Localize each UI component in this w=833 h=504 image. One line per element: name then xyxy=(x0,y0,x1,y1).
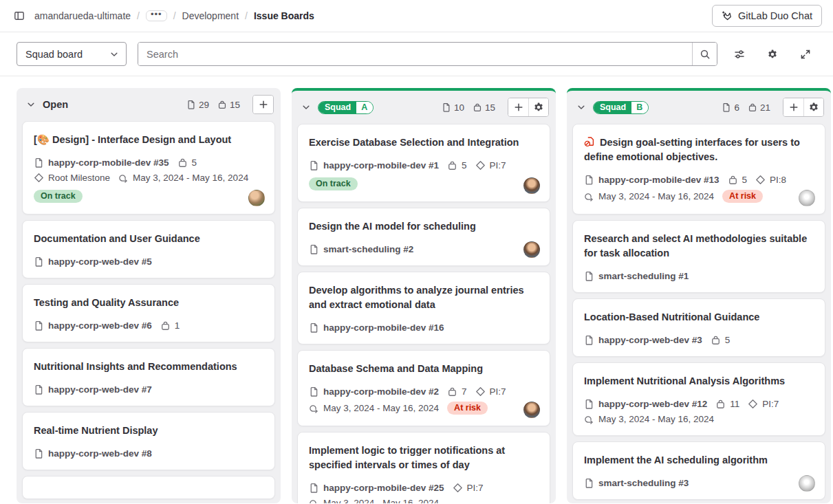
column-title: Open xyxy=(43,99,68,110)
issue-card[interactable]: Real-time Nutrient Display happy-corp-we… xyxy=(22,412,275,470)
issue-card[interactable]: Design goal-setting interfaces for users… xyxy=(572,124,825,215)
issue-icon xyxy=(309,322,319,333)
issue-card[interactable]: Research and select AI methodologies sui… xyxy=(572,220,825,293)
filter-preferences-button[interactable] xyxy=(728,43,750,65)
breadcrumb: amandarueda-ultimate / ••• / Development… xyxy=(34,10,314,21)
issue-title[interactable]: Real-time Nutrient Display xyxy=(34,424,263,438)
list-settings-button[interactable] xyxy=(803,98,823,116)
issue-reference: happy-corp-web-dev #3 xyxy=(584,335,702,345)
issue-card[interactable]: Implement the AI scheduling algorithm sm… xyxy=(572,441,825,500)
gitlab-duo-chat-button[interactable]: GitLab Duo Chat xyxy=(712,5,822,27)
issue-card[interactable]: Location-Based Nutritional Guidance happ… xyxy=(572,298,825,357)
fullscreen-button[interactable] xyxy=(794,43,816,65)
issue-icon xyxy=(309,244,319,254)
issue-card[interactable]: Design the AI model for scheduling smart… xyxy=(297,208,550,266)
assignee-avatar xyxy=(523,402,540,418)
column-card-list: Design goal-setting interfaces for users… xyxy=(567,122,831,503)
issue-card[interactable]: Implement logic to trigger notifications… xyxy=(297,432,550,503)
issue-title[interactable]: Design the AI model for scheduling xyxy=(309,219,539,234)
issue-title[interactable]: Testing and Quality Assurance xyxy=(34,296,263,310)
gear-icon xyxy=(767,49,778,60)
issue-card[interactable]: Documentation and User Guidance happy-co… xyxy=(22,220,275,278)
column-card-list: Exercise Database Selection and Integrat… xyxy=(292,122,556,503)
issue-title[interactable]: Documentation and User Guidance xyxy=(34,232,263,246)
add-issue-button[interactable] xyxy=(783,98,803,116)
collapse-column-button[interactable] xyxy=(300,101,312,113)
chevron-down-icon xyxy=(26,100,36,109)
board-column-squad-a: Squad A 10 15 Exercise Database Selectio… xyxy=(292,88,556,503)
issue-icon xyxy=(34,320,44,331)
issue-icon xyxy=(584,478,594,488)
plus-icon xyxy=(258,99,269,110)
issue-card[interactable]: Nutritional Insights and Recommendations… xyxy=(22,348,275,406)
issue-title[interactable]: Implement Nutritional Analysis Algorithm… xyxy=(584,374,814,388)
issue-icon xyxy=(309,483,319,493)
breadcrumb-ellipsis-button[interactable]: ••• xyxy=(146,10,167,21)
add-issue-button[interactable] xyxy=(253,96,273,113)
assignee-avatar xyxy=(799,190,815,206)
issue-title[interactable]: Database Schema and Data Mapping xyxy=(309,362,539,376)
issue-icon xyxy=(309,386,319,397)
issue-card[interactable]: Testing and Quality Assurance happy-corp… xyxy=(22,284,275,342)
issue-title[interactable]: Develop algorithms to analyze journal en… xyxy=(309,283,539,312)
issue-card-partial[interactable] xyxy=(22,476,275,499)
collapse-column-button[interactable] xyxy=(575,101,587,113)
assignee-avatar xyxy=(523,241,540,258)
issue-reference: happy-corp-mobile-dev #25 xyxy=(309,483,444,493)
breadcrumb-project[interactable]: amandarueda-ultimate xyxy=(34,10,131,21)
issue-card[interactable]: [🎨 Design] - Interface Design and Layout… xyxy=(22,121,275,215)
issue-title[interactable]: Nutritional Insights and Recommendations xyxy=(34,360,263,374)
board-toolbar: Squad board xyxy=(0,32,833,76)
issue-milestone: PI:7 xyxy=(475,160,506,171)
issue-title[interactable]: Design goal-setting interfaces for users… xyxy=(584,135,814,164)
milestone-icon xyxy=(748,399,758,409)
issue-reference: happy-corp-web-dev #7 xyxy=(34,384,152,395)
duo-chat-label: GitLab Duo Chat xyxy=(738,10,812,21)
milestone-icon xyxy=(475,386,486,397)
issue-iteration: May 3, 2024 - May 16, 2024 xyxy=(584,191,714,201)
label-scope: Squad xyxy=(594,102,631,113)
issue-reference: happy-corp-web-dev #8 xyxy=(34,448,152,459)
issue-title[interactable]: [🎨 Design] - Interface Design and Layout xyxy=(34,133,263,147)
assignee-avatar xyxy=(248,190,265,206)
sidebar-toggle-button[interactable] xyxy=(11,8,28,24)
issue-title[interactable]: Implement logic to trigger notifications… xyxy=(309,443,539,472)
search-input[interactable] xyxy=(138,43,692,65)
label-value: B xyxy=(631,102,648,113)
health-status-badge: At risk xyxy=(447,402,488,415)
add-issue-button[interactable] xyxy=(508,98,528,116)
issue-iteration: May 3, 2024 - May 16, 2024 xyxy=(309,403,439,413)
iteration-icon xyxy=(309,403,319,413)
chevron-down-icon xyxy=(109,50,119,59)
issue-icon xyxy=(584,175,594,185)
issue-title[interactable]: Implement the AI scheduling algorithm xyxy=(584,453,814,468)
issue-card[interactable]: Develop algorithms to analyze journal en… xyxy=(297,272,550,344)
milestone-icon xyxy=(755,175,766,185)
issue-reference: smart-scheduling #1 xyxy=(584,271,689,281)
issue-reference: happy-corp-web-dev #6 xyxy=(34,320,152,331)
breadcrumb-group[interactable]: Development xyxy=(182,10,239,21)
board-switcher-dropdown[interactable]: Squad board xyxy=(17,42,127,66)
issue-title[interactable]: Exercise Database Selection and Integrat… xyxy=(309,135,539,150)
column-scoped-label: Squad B xyxy=(593,101,649,114)
search-button[interactable] xyxy=(692,43,717,65)
collapse-column-button[interactable] xyxy=(25,98,37,111)
issue-weight: 7 xyxy=(447,386,467,397)
plus-icon xyxy=(513,102,524,113)
issue-card[interactable]: Database Schema and Data Mapping happy-c… xyxy=(297,350,550,426)
issue-card[interactable]: Exercise Database Selection and Integrat… xyxy=(297,124,550,202)
breadcrumb-separator: / xyxy=(245,10,248,21)
weight-icon xyxy=(473,102,482,112)
issue-title[interactable]: Location-Based Nutritional Guidance xyxy=(584,310,814,325)
list-settings-button[interactable] xyxy=(528,98,548,116)
iteration-icon xyxy=(584,414,594,424)
milestone-icon xyxy=(475,160,486,171)
issue-icon xyxy=(34,157,44,168)
chevron-down-icon xyxy=(301,102,311,112)
issue-title[interactable]: Research and select AI methodologies sui… xyxy=(584,232,814,261)
issue-count: 29 xyxy=(186,100,209,110)
issue-card[interactable]: Implement Nutritional Analysis Algorithm… xyxy=(572,362,825,436)
health-status-badge: On track xyxy=(309,177,358,190)
board-settings-button[interactable] xyxy=(761,43,783,65)
breadcrumb-current-page: Issue Boards xyxy=(254,10,314,21)
